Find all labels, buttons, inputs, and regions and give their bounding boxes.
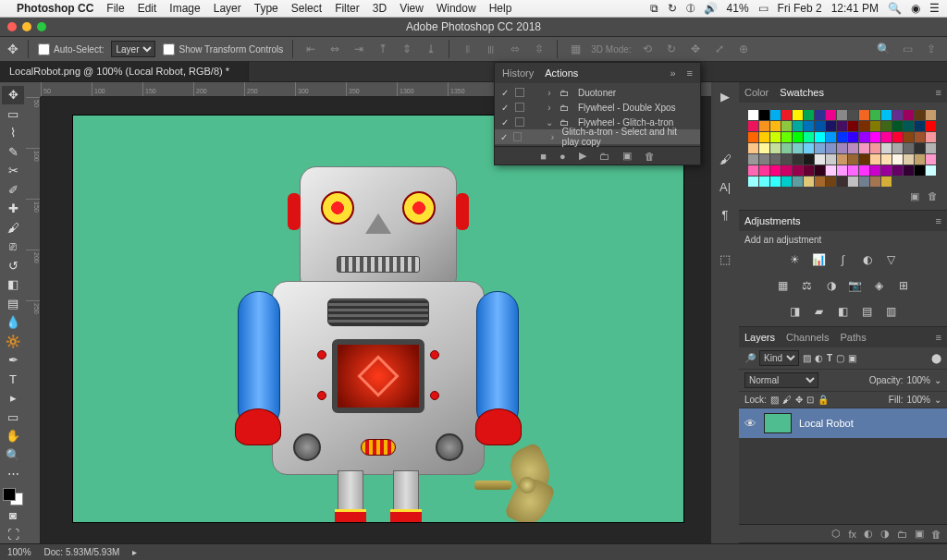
brightness-icon[interactable]: ☀ (787, 252, 804, 267)
eyedropper-tool[interactable]: ✐ (2, 181, 24, 200)
swatch[interactable] (826, 143, 836, 153)
swatch[interactable] (848, 132, 858, 142)
shape-tool[interactable]: ▭ (2, 408, 24, 427)
doc-size[interactable]: Doc: 5.93M/5.93M (44, 547, 120, 557)
eraser-tool[interactable]: ◧ (2, 275, 24, 294)
swatch[interactable] (837, 177, 847, 187)
swatch[interactable] (759, 132, 769, 142)
swatch[interactable] (770, 143, 781, 153)
swatches-tab[interactable]: Swatches (780, 87, 824, 98)
swatches-grid[interactable] (744, 106, 941, 190)
zoom-tool[interactable]: 🔍 (2, 446, 24, 465)
swatch[interactable] (759, 143, 769, 153)
swatch[interactable] (815, 177, 825, 187)
lock-transparency-icon[interactable]: ▨ (770, 395, 779, 405)
filter-adjust-icon[interactable]: ◐ (815, 353, 823, 363)
new-layer-icon[interactable]: ▣ (915, 528, 924, 540)
swatch[interactable] (870, 177, 880, 187)
history-tab[interactable]: History (502, 67, 534, 79)
swatch[interactable] (904, 143, 914, 153)
swatch[interactable] (748, 165, 758, 176)
3d-orbit-icon[interactable]: ⟲ (639, 41, 656, 57)
layer-group-icon[interactable]: 🗀 (897, 529, 907, 540)
new-swatch-icon[interactable]: ▣ (910, 190, 919, 201)
action-row[interactable]: ✓›Glitch-a-tron - Select and hit play co… (495, 129, 700, 144)
filter-toggle-icon[interactable]: ⬤ (931, 353, 941, 363)
libraries-panel-icon[interactable]: ⬚ (715, 249, 735, 269)
close-window-button[interactable] (7, 22, 17, 31)
auto-align-icon[interactable]: ▦ (567, 41, 584, 57)
swatch[interactable] (781, 177, 792, 187)
actions-panel[interactable]: History Actions » ≡ ✓›🗀Duotoner✓›🗀Flywhe… (494, 62, 701, 165)
brush-tool[interactable]: 🖌 (2, 219, 24, 237)
foreground-color[interactable] (3, 488, 16, 501)
swatch[interactable] (748, 121, 758, 131)
swatch[interactable] (926, 143, 936, 153)
swatch[interactable] (881, 132, 892, 142)
swatch[interactable] (770, 121, 781, 131)
color-lookup-icon[interactable]: ⊞ (895, 278, 912, 293)
swatch[interactable] (837, 143, 847, 153)
selective-color-icon[interactable]: ▥ (883, 304, 900, 319)
swatch[interactable] (870, 110, 880, 120)
dodge-tool[interactable]: 🔆 (2, 333, 24, 351)
panel-menu-icon[interactable]: ≡ (687, 67, 693, 79)
swatch[interactable] (926, 110, 936, 120)
distribute-h-icon[interactable]: ⫴ (459, 41, 475, 57)
swatch[interactable] (826, 132, 836, 142)
swatch[interactable] (770, 132, 781, 142)
panel-menu-icon[interactable]: ≡ (936, 87, 941, 98)
vibrance-icon[interactable]: ▽ (883, 252, 900, 267)
action-row[interactable]: ✓›🗀Duotoner (495, 85, 700, 100)
3d-roll-icon[interactable]: ↻ (663, 41, 680, 57)
swatch[interactable] (804, 165, 814, 176)
swatch[interactable] (837, 165, 847, 176)
share-icon[interactable]: ⇪ (923, 41, 940, 57)
swatch[interactable] (748, 110, 758, 120)
notification-icon[interactable]: ☰ (929, 2, 940, 15)
swatch[interactable] (759, 154, 769, 164)
swatch[interactable] (848, 143, 858, 153)
swatch[interactable] (770, 177, 781, 187)
play-action-button[interactable]: ▶ (715, 86, 735, 106)
zoom-level[interactable]: 100% (7, 547, 31, 557)
distribute-spacing-v-icon[interactable]: ⇳ (531, 41, 547, 57)
swatch[interactable] (815, 132, 825, 142)
swatch[interactable] (870, 121, 880, 131)
swatch[interactable] (848, 110, 858, 120)
panel-menu-icon[interactable]: ≡ (936, 215, 941, 226)
gradient-tool[interactable]: ▤ (2, 295, 24, 313)
hue-icon[interactable]: ▦ (775, 278, 792, 293)
swatch[interactable] (748, 132, 758, 142)
swatch[interactable] (826, 154, 836, 164)
actions-tab[interactable]: Actions (545, 67, 578, 79)
swatch[interactable] (915, 143, 925, 153)
delete-swatch-icon[interactable]: 🗑 (928, 190, 938, 201)
new-action-icon[interactable]: ▣ (622, 150, 632, 162)
swatch[interactable] (781, 132, 792, 142)
healing-tool[interactable]: ✚ (2, 200, 24, 218)
swatch[interactable] (815, 165, 825, 176)
edit-toolbar[interactable]: ⋯ (2, 465, 24, 483)
quick-select-tool[interactable]: ✎ (2, 143, 24, 162)
swatch[interactable] (859, 143, 869, 153)
collapse-panel-icon[interactable]: » (670, 67, 675, 79)
menu-view[interactable]: View (400, 2, 424, 15)
path-select-tool[interactable]: ▸ (2, 389, 24, 408)
character-panel-icon[interactable]: A| (715, 177, 735, 197)
swatch[interactable] (892, 132, 903, 142)
align-center-h-icon[interactable]: ⇔ (326, 41, 343, 57)
swatch[interactable] (926, 132, 936, 142)
action-row[interactable]: ✓›🗀Flywheel - Double Xpos (495, 100, 700, 115)
menu-window[interactable]: Window (437, 2, 476, 15)
quick-mask-tool[interactable]: ◙ (2, 506, 24, 525)
swatch[interactable] (892, 121, 903, 131)
type-tool[interactable]: T (2, 371, 24, 389)
swatch[interactable] (892, 165, 903, 176)
record-action-icon[interactable]: ● (560, 151, 566, 162)
swatch[interactable] (848, 165, 858, 176)
swatch[interactable] (815, 143, 825, 153)
align-left-icon[interactable]: ⇤ (302, 41, 319, 57)
swatch[interactable] (859, 177, 869, 187)
layer-item[interactable]: 👁 Local Robot (739, 408, 947, 438)
